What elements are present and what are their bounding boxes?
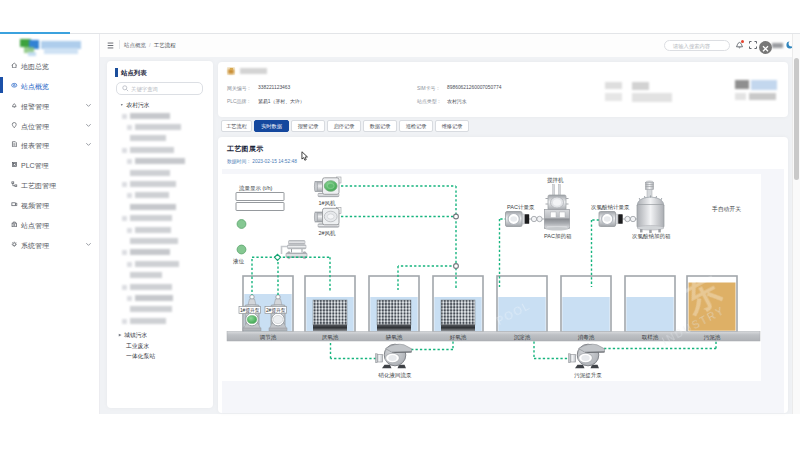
svg-text:污泥提升泵: 污泥提升泵: [574, 372, 602, 379]
svg-text:污泥池: 污泥池: [704, 334, 721, 341]
svg-text:硝化液回流泵: 硝化液回流泵: [378, 372, 413, 379]
svg-text:消毒池: 消毒池: [578, 334, 595, 341]
svg-text:缺氧池: 缺氧池: [386, 334, 403, 341]
svg-text:搅拌机: 搅拌机: [547, 177, 564, 184]
svg-text:2#风机: 2#风机: [318, 230, 336, 237]
svg-text:沉淀池: 沉淀池: [514, 334, 531, 341]
svg-text:手自动开关: 手自动开关: [712, 205, 741, 213]
svg-text:1#提升泵: 1#提升泵: [240, 307, 260, 314]
svg-text:调节池: 调节池: [259, 334, 277, 341]
svg-text:次氯酸钠加药箱: 次氯酸钠加药箱: [632, 233, 671, 240]
svg-text:2#提升泵: 2#提升泵: [266, 307, 286, 314]
svg-text:PAC加药箱: PAC加药箱: [544, 233, 572, 240]
svg-text:PAC计量泵: PAC计量泵: [507, 204, 535, 210]
svg-text:厌氧池: 厌氧池: [322, 334, 339, 341]
svg-text:液位: 液位: [233, 258, 245, 265]
svg-text:取样池: 取样池: [642, 334, 659, 341]
svg-text:1#风机: 1#风机: [318, 200, 336, 207]
svg-text:好氧池: 好氧池: [449, 334, 467, 341]
svg-text:次氯酸钠计量泵: 次氯酸钠计量泵: [591, 204, 630, 211]
svg-text:流量显示 (t/h): 流量显示 (t/h): [239, 185, 272, 192]
